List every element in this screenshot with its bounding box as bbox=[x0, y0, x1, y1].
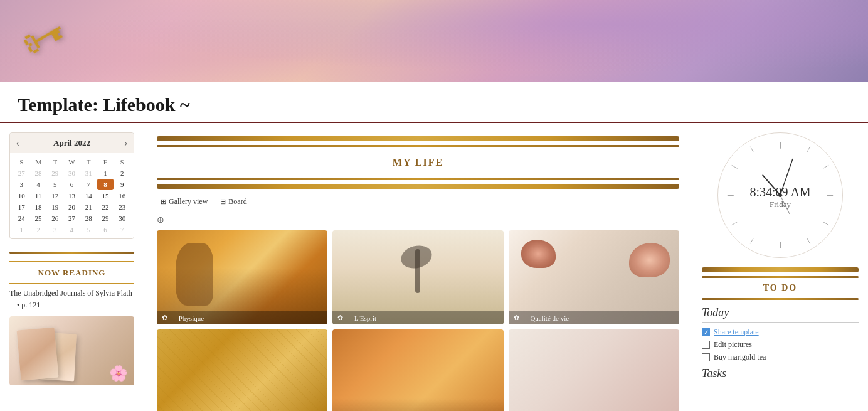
cal-day[interactable]: 11 bbox=[30, 190, 47, 201]
cal-day[interactable]: 17 bbox=[13, 201, 30, 213]
calendar-month-label: April 2022 bbox=[53, 138, 90, 148]
svg-line-8 bbox=[750, 238, 753, 243]
cal-day[interactable]: 5 bbox=[46, 179, 63, 190]
gallery-item-b3[interactable] bbox=[509, 329, 679, 411]
cal-day[interactable]: 20 bbox=[63, 201, 80, 213]
book-page: p. 121 bbox=[9, 301, 134, 310]
gallery-item-esprit[interactable]: ✿ — L'Esprit bbox=[332, 230, 503, 324]
calendar: ‹ April 2022 › S M T W T F S 27 28 bbox=[9, 132, 134, 239]
calendar-prev-button[interactable]: ‹ bbox=[16, 138, 19, 148]
cal-day[interactable]: 10 bbox=[13, 190, 30, 201]
center-content: MY LIFE ⊞ Gallery view ⊟ Board ⊕ ✿ — Phy… bbox=[144, 123, 692, 411]
clock-day: Friday bbox=[749, 200, 810, 210]
cal-day[interactable]: 24 bbox=[13, 213, 30, 224]
filter-icon[interactable]: ⊕ bbox=[157, 215, 679, 225]
cal-day[interactable]: 4 bbox=[63, 224, 80, 235]
cal-day[interactable]: 18 bbox=[30, 201, 47, 213]
board-icon: ⊟ bbox=[220, 198, 226, 206]
cal-day[interactable]: 31 bbox=[80, 168, 97, 179]
cal-day[interactable]: 16 bbox=[114, 190, 130, 201]
cal-day[interactable]: 30 bbox=[63, 168, 80, 179]
cal-day[interactable]: 2 bbox=[114, 168, 130, 179]
cal-day[interactable]: 23 bbox=[114, 201, 130, 213]
gold-divider-thin-top bbox=[157, 145, 679, 147]
cal-day-today[interactable]: 8 bbox=[97, 179, 114, 190]
cal-day[interactable]: 6 bbox=[63, 179, 80, 190]
gallery-view-label: Gallery view bbox=[169, 197, 208, 206]
cal-day[interactable]: 21 bbox=[80, 201, 97, 213]
gallery-label-text: — Physique bbox=[170, 314, 204, 322]
cal-header-s1: S bbox=[13, 156, 30, 168]
left-sidebar: ‹ April 2022 › S M T W T F S 27 28 bbox=[0, 123, 144, 411]
board-view-tab[interactable]: ⊟ Board bbox=[216, 195, 250, 208]
todo-section: TO DO Today ✓ Share template Edit pictur… bbox=[702, 283, 859, 383]
gallery-item-physique[interactable]: ✿ — Physique bbox=[157, 230, 327, 324]
book-thumbnail: 🌸 bbox=[9, 316, 134, 385]
cal-day[interactable]: 19 bbox=[46, 201, 63, 213]
calendar-next-button[interactable]: › bbox=[124, 138, 127, 148]
cal-day[interactable]: 25 bbox=[30, 213, 47, 224]
cal-day[interactable]: 29 bbox=[46, 168, 63, 179]
gallery-label-esprit: ✿ — L'Esprit bbox=[332, 311, 503, 324]
todo-checkbox-2[interactable] bbox=[702, 341, 710, 349]
svg-line-5 bbox=[823, 165, 828, 168]
main-layout: ‹ April 2022 › S M T W T F S 27 28 bbox=[0, 123, 868, 411]
cal-day[interactable]: 2 bbox=[30, 224, 47, 235]
cal-day[interactable]: 27 bbox=[13, 168, 30, 179]
cal-day[interactable]: 22 bbox=[97, 201, 114, 213]
view-tabs: ⊞ Gallery view ⊟ Board bbox=[157, 195, 679, 208]
book-title: The Unabridged Journals of Sylvia Plath bbox=[9, 289, 134, 298]
cal-day[interactable]: 27 bbox=[63, 213, 80, 224]
sidebar-divider-thin2 bbox=[9, 283, 134, 284]
todo-gold-divider bbox=[702, 298, 859, 300]
todo-tasks-label: Tasks bbox=[702, 367, 859, 383]
gallery-label-physique: ✿ — Physique bbox=[157, 311, 327, 324]
calendar-grid: S M T W T F S 27 28 29 30 31 1 2 bbox=[10, 153, 134, 238]
svg-line-10 bbox=[732, 165, 738, 168]
gallery-image-b2 bbox=[332, 329, 503, 411]
cal-day[interactable]: 13 bbox=[63, 190, 80, 201]
sidebar-divider-top bbox=[9, 252, 134, 254]
svg-line-11 bbox=[750, 147, 753, 152]
cal-day[interactable]: 7 bbox=[114, 224, 130, 235]
cal-day[interactable]: 28 bbox=[30, 168, 47, 179]
gold-divider-bottom bbox=[157, 184, 679, 189]
cal-day[interactable]: 14 bbox=[80, 190, 97, 201]
cal-day[interactable]: 26 bbox=[46, 213, 63, 224]
calendar-days: 27 28 29 30 31 1 2 3 4 5 6 7 8 9 10 bbox=[13, 168, 130, 235]
todo-item-2: Edit pictures bbox=[702, 340, 859, 350]
gallery-view-tab[interactable]: ⊞ Gallery view bbox=[157, 195, 211, 208]
svg-line-7 bbox=[807, 238, 810, 243]
cal-day[interactable]: 1 bbox=[97, 168, 114, 179]
cal-day[interactable]: 28 bbox=[80, 213, 97, 224]
gallery-grid: ✿ — Physique ✿ — L'Esprit ✿ — Qualité de… bbox=[157, 230, 679, 411]
cal-day[interactable]: 5 bbox=[80, 224, 97, 235]
page-title: Template: Lifebook ~ bbox=[18, 94, 850, 115]
cal-day[interactable]: 30 bbox=[114, 213, 130, 224]
gallery-item-b1[interactable] bbox=[157, 329, 327, 411]
cal-day[interactable]: 9 bbox=[114, 179, 130, 190]
cal-day[interactable]: 3 bbox=[46, 224, 63, 235]
cal-day[interactable]: 6 bbox=[97, 224, 114, 235]
gallery-label-text2: — L'Esprit bbox=[346, 314, 376, 322]
flowers-decoration: 🌸 bbox=[109, 365, 128, 382]
todo-item-text-1[interactable]: Share template bbox=[714, 328, 759, 337]
header-banner: 🗝 bbox=[0, 0, 868, 82]
cal-day[interactable]: 4 bbox=[30, 179, 47, 190]
cal-day[interactable]: 15 bbox=[97, 190, 114, 201]
gallery-image-physique bbox=[157, 230, 327, 324]
todo-checkbox-3[interactable] bbox=[702, 353, 710, 361]
gallery-item-qualite[interactable]: ✿ — Qualité de vie bbox=[509, 230, 679, 324]
todo-checkbox-1[interactable]: ✓ bbox=[702, 328, 710, 336]
cal-day[interactable]: 1 bbox=[13, 224, 30, 235]
svg-line-4 bbox=[807, 147, 810, 152]
cal-day[interactable]: 7 bbox=[80, 179, 97, 190]
right-sidebar: 8:34:09 AM Friday TO DO Today ✓ Share te… bbox=[692, 123, 868, 411]
todo-title: TO DO bbox=[702, 283, 859, 293]
gallery-image-qualite bbox=[509, 230, 679, 324]
gallery-item-b2[interactable] bbox=[332, 329, 503, 411]
cal-day[interactable]: 3 bbox=[13, 179, 30, 190]
cal-day[interactable]: 12 bbox=[46, 190, 63, 201]
cal-day[interactable]: 29 bbox=[97, 213, 114, 224]
my-life-title: MY LIFE bbox=[157, 149, 679, 176]
